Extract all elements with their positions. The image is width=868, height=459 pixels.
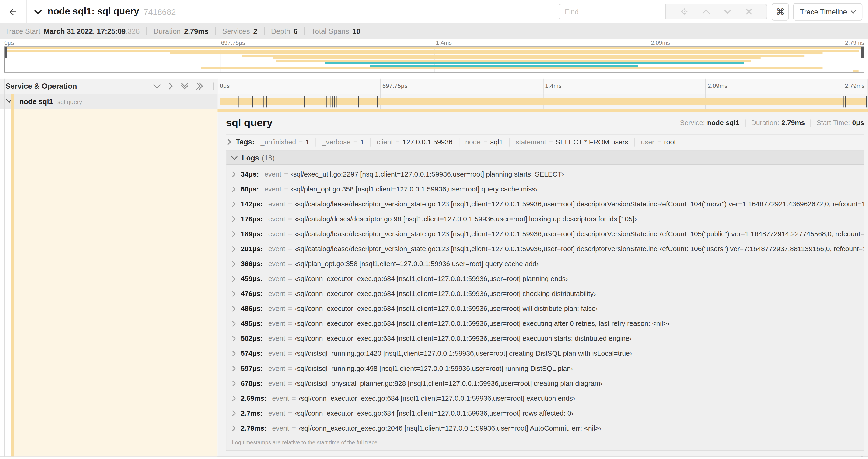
log-field-value: ‹sql/distsql_running.go:1420 [nsql1,clie… — [295, 349, 632, 357]
logs-body: 34μs:event=‹sql/exec_util.go:2297 [nsql1… — [226, 165, 864, 450]
tag-value: 1 — [360, 138, 364, 146]
span-row[interactable]: node sql1 sql query — [0, 94, 868, 109]
tag-value: sql1 — [490, 138, 503, 146]
log-expand-icon[interactable] — [232, 425, 236, 431]
logs-header[interactable]: Logs (18) — [226, 151, 864, 165]
log-row[interactable]: 2.69ms:event=‹sql/conn_executor_exec.go:… — [226, 391, 864, 405]
log-expand-icon[interactable] — [232, 231, 236, 236]
link-icon[interactable] — [856, 456, 864, 456]
log-expand-icon[interactable] — [232, 351, 236, 356]
log-field-key: event — [268, 245, 285, 253]
log-expand-icon[interactable] — [232, 171, 236, 177]
log-timestamp: 597μs: — [241, 364, 263, 372]
log-expand-icon[interactable] — [232, 365, 236, 371]
log-marker — [330, 96, 331, 107]
log-expand-icon[interactable] — [232, 261, 236, 267]
log-expand-icon[interactable] — [232, 201, 236, 207]
log-row[interactable]: 176μs:event=‹sql/catalog/descs/descripto… — [226, 211, 864, 226]
tags-label: Tags: — [236, 138, 254, 146]
log-row[interactable]: 366μs:event=‹sql/plan_opt.go:358 [nsql1,… — [226, 256, 864, 271]
log-row[interactable]: 2.7ms:event=‹sql/conn_executor_exec.go:6… — [226, 405, 864, 421]
tag-equals: = — [549, 138, 553, 146]
log-row[interactable]: 574μs:event=‹sql/distsql_running.go:1420… — [226, 346, 864, 361]
tag-separator — [509, 138, 509, 146]
timeline-header: Service & Operation 0μs697.75μs1.4ms2.09… — [0, 78, 868, 94]
log-row[interactable]: 189μs:event=‹sql/catalog/lease/descripto… — [226, 226, 864, 241]
view-selector-button[interactable]: Trace Timeline — [793, 3, 862, 20]
log-row[interactable]: 34μs:event=‹sql/exec_util.go:2297 [nsql1… — [226, 167, 864, 182]
log-marker — [228, 96, 228, 107]
clear-find-icon[interactable] — [746, 8, 752, 15]
minimap-left-handle[interactable] — [5, 47, 7, 58]
collapse-all-icon[interactable] — [181, 82, 188, 90]
log-expand-icon[interactable] — [232, 395, 236, 401]
log-row[interactable]: 142μs:event=‹sql/catalog/lease/descripto… — [226, 196, 864, 211]
span-bar-cell[interactable] — [217, 94, 868, 109]
log-timestamp: 176μs: — [241, 215, 263, 223]
detail-meta-label: Start Time: — [816, 119, 850, 127]
next-match-icon[interactable] — [724, 9, 732, 14]
command-icon: ⌘ — [776, 6, 785, 17]
span-duration-bar[interactable] — [220, 98, 866, 105]
log-expand-icon[interactable] — [232, 246, 236, 252]
log-row[interactable]: 476μs:event=‹sql/conn_executor_exec.go:6… — [226, 286, 864, 301]
log-expand-icon[interactable] — [232, 410, 236, 416]
minimap-span-bar — [853, 69, 859, 72]
detail-card: sql query Service:node sql1Duration:2.79… — [217, 112, 868, 456]
log-timestamp: 2.69ms: — [241, 394, 267, 402]
log-expand-icon[interactable] — [232, 336, 236, 341]
log-row[interactable]: 495μs:event=‹sql/conn_executor_exec.go:6… — [226, 316, 864, 331]
log-expand-icon[interactable] — [232, 381, 236, 386]
log-expand-icon[interactable] — [232, 306, 236, 312]
expand-all-icon[interactable] — [196, 82, 203, 90]
summary-separator — [215, 27, 216, 35]
log-expand-icon[interactable] — [232, 276, 236, 282]
log-row[interactable]: 678μs:event=‹sql/distsql_physical_planne… — [226, 376, 864, 391]
summary-value: 6 — [293, 27, 298, 35]
detail-meta-value: 2.79ms — [781, 119, 805, 127]
back-button[interactable] — [0, 0, 27, 23]
match-locate-icon[interactable] — [680, 8, 688, 15]
log-expand-icon[interactable] — [232, 321, 236, 326]
timeline-tick-label: 2.09ms — [708, 82, 728, 89]
minimap-right-handle[interactable] — [862, 47, 864, 58]
log-expand-icon[interactable] — [232, 186, 236, 192]
log-row[interactable]: 502μs:event=‹sql/conn_executor_exec.go:6… — [226, 331, 864, 346]
column-resizer-grip[interactable] — [210, 82, 214, 90]
log-field-value: ‹sql/conn_executor_exec.go:684 [nsql1,cl… — [295, 290, 596, 297]
collapse-one-icon[interactable] — [153, 83, 160, 89]
log-equals: = — [288, 260, 292, 267]
tag-equals: = — [299, 138, 303, 146]
log-field-value: ‹sql/conn_executor_exec.go:2046 [nsql1,c… — [299, 424, 601, 432]
span-name-cell[interactable]: node sql1 sql query — [0, 94, 217, 109]
log-field-key: event — [268, 200, 285, 208]
left-guide-line — [4, 78, 5, 457]
log-expand-icon[interactable] — [232, 291, 236, 296]
log-row[interactable]: 80μs:event=‹sql/plan_opt.go:358 [nsql1,c… — [226, 182, 864, 196]
expand-one-icon[interactable] — [168, 82, 173, 90]
log-row[interactable]: 486μs:event=‹sql/conn_executor_exec.go:6… — [226, 301, 864, 316]
span-service-name: node sql1 — [19, 97, 53, 106]
find-input[interactable] — [559, 4, 665, 19]
log-marker — [377, 96, 377, 107]
tags-expand-icon[interactable] — [227, 139, 231, 145]
top-bar-controls: ⌘ Trace Timeline — [559, 3, 862, 20]
log-row[interactable]: 201μs:event=‹sql/catalog/lease/descripto… — [226, 241, 864, 256]
log-row[interactable]: 2.79ms:event=‹sql/conn_executor_exec.go:… — [226, 421, 864, 435]
log-equals: = — [288, 364, 292, 372]
trace-collapse-icon[interactable] — [34, 9, 42, 15]
log-row[interactable]: 597μs:event=‹sql/distsql_running.go:498 … — [226, 361, 864, 376]
tag-key: user — [641, 138, 654, 146]
log-row[interactable]: 459μs:event=‹sql/conn_executor_exec.go:6… — [226, 271, 864, 286]
service-operation-title: Service & Operation — [6, 82, 77, 90]
log-expand-icon[interactable] — [232, 216, 236, 222]
prev-match-icon[interactable] — [703, 9, 710, 14]
tag-separator — [459, 138, 459, 146]
keyboard-shortcuts-button[interactable]: ⌘ — [772, 3, 789, 20]
detail-left-column — [0, 109, 217, 456]
minimap-canvas[interactable] — [4, 46, 864, 72]
log-equals: = — [288, 349, 292, 357]
tags-row[interactable]: Tags: _unfinished=1_verbose=1client=127.… — [226, 135, 864, 150]
log-field-key: event — [272, 424, 289, 432]
detail-meta-value: node sql1 — [707, 119, 739, 127]
